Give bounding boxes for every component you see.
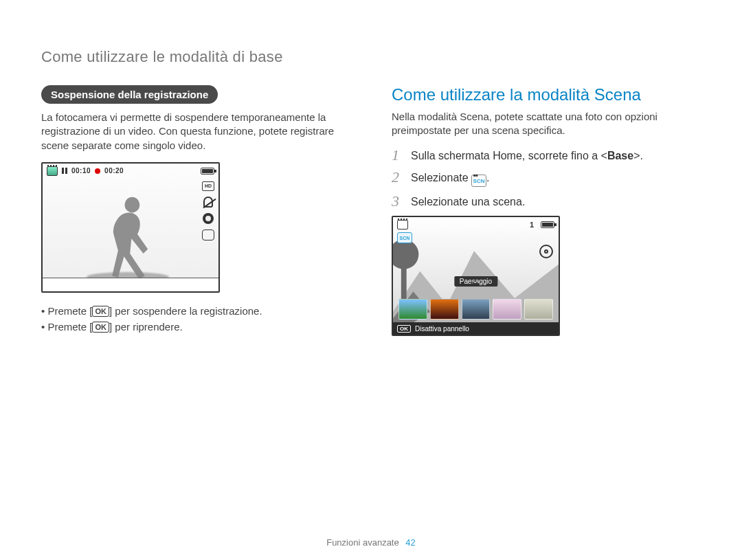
left-column: Sospensione della registrazione La fotoc… <box>41 85 350 337</box>
time-total: 00:20 <box>104 167 124 175</box>
record-dot-icon <box>95 168 100 174</box>
battery-icon <box>541 221 554 228</box>
thumb-backlight <box>493 299 521 320</box>
right-paragraph: Nella modalità Scena, potete scattate un… <box>392 110 701 138</box>
step-number: 3 <box>392 194 404 209</box>
ok-button-icon: OK <box>397 325 411 333</box>
step-number: 1 <box>392 148 404 163</box>
time-elapsed: 00:10 <box>71 167 91 175</box>
scn-badge: SCN <box>397 232 412 243</box>
battery-icon <box>201 168 214 175</box>
pill-recording-pause: Sospensione della registrazione <box>41 85 218 104</box>
step-3: 3 Selezionate una scena. <box>392 194 701 209</box>
bottom-bar-text: Disattiva pannello <box>415 325 469 333</box>
step-2: 2 Selezionate SCN. <box>392 170 701 188</box>
ok-button-icon: OK <box>92 322 109 333</box>
movie-icon <box>47 166 58 176</box>
camera-lcd-scene: 1 SCN Paesaggio OK Disattiva pannello <box>392 216 560 336</box>
bullet-pause: Premete [OK] per sospendere la registraz… <box>41 305 350 317</box>
scene-thumbnails <box>398 299 553 320</box>
step-number: 2 <box>392 170 404 185</box>
shots-count: 1 <box>530 221 534 229</box>
bullet-resume: Premete [OK] per riprendere. <box>41 321 350 333</box>
camera-lcd-recording: 00:10 00:20 HD <box>41 162 220 293</box>
left-paragraph: La fotocamera vi permette di sospendere … <box>41 111 350 153</box>
scene-tooltip: Paesaggio <box>454 276 497 287</box>
thumb-dawn <box>462 299 491 320</box>
movie-icon <box>397 220 408 229</box>
page-number: 42 <box>405 537 415 548</box>
thumb-landscape <box>398 299 427 320</box>
hd-badge: HD <box>202 181 214 191</box>
mic-off-icon <box>203 197 213 208</box>
thumb-sunset <box>430 299 459 320</box>
pause-icon <box>62 168 67 174</box>
ok-button-icon: OK <box>92 306 109 317</box>
floor-line <box>43 278 218 291</box>
step-1: 1 Sulla schermata Home, scorrete fino a … <box>392 148 701 163</box>
stabilizer-icon <box>202 229 214 240</box>
footer-label: Funzioni avanzate <box>326 537 399 548</box>
scene-mode-icon: SCN <box>471 175 486 187</box>
gear-icon <box>203 213 214 224</box>
focus-target-icon <box>539 245 553 258</box>
section-title: Come utilizzare le modalità di base <box>41 48 701 66</box>
scene-mode-heading: Come utilizzare la modalità Scena <box>392 85 701 104</box>
page-footer: Funzioni avanzate 42 <box>0 537 742 548</box>
svg-point-1 <box>393 239 418 269</box>
thumb-text <box>524 299 553 320</box>
skater-silhouette <box>91 191 166 280</box>
right-column: Come utilizzare la modalità Scena Nella … <box>392 85 701 337</box>
